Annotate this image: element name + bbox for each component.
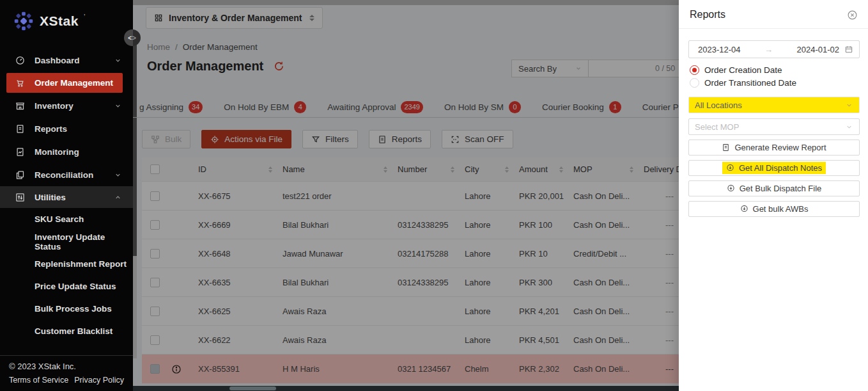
search-input[interactable]: 0 / 50 bbox=[589, 60, 679, 77]
date-from[interactable]: 2023-12-04 bbox=[698, 45, 741, 54]
radio-unselected-icon[interactable] bbox=[690, 78, 699, 88]
row-checkbox[interactable] bbox=[150, 249, 160, 259]
row-checkbox[interactable] bbox=[150, 278, 160, 287]
row-checkbox[interactable] bbox=[150, 220, 160, 230]
mop-select[interactable]: Select MOP bbox=[688, 118, 860, 135]
column-header-id[interactable]: ID bbox=[193, 164, 283, 174]
sidebar-item-reports[interactable]: Reports bbox=[0, 117, 133, 140]
date-to[interactable]: 2024-01-02 bbox=[797, 45, 840, 54]
actions-via-file-label: Actions via File bbox=[224, 134, 283, 144]
get-bulk-dispatch-file-button[interactable]: Get Bulk Dispatch File bbox=[688, 180, 860, 196]
column-header-delivery-date[interactable]: Delivery Da bbox=[644, 164, 679, 174]
sort-icon[interactable] bbox=[268, 166, 272, 173]
row-checkbox-disabled[interactable] bbox=[150, 364, 160, 374]
table-row[interactable]: XX-6648 Jawad Munawar 03214175288 Lahore… bbox=[142, 239, 679, 268]
date-range-picker[interactable]: 2023-12-04 → 2024-01-02 bbox=[688, 40, 860, 58]
sidebar-footer: © 2023 XStak Inc. Terms of Service Priva… bbox=[0, 355, 133, 391]
sort-icon[interactable] bbox=[505, 166, 509, 173]
tab-on-hold-by-sm[interactable]: On Hold By SM 0 bbox=[444, 96, 521, 118]
cell-name: Bilal Bukhari bbox=[283, 220, 398, 230]
sidebar-subitem-customer-blacklist[interactable]: Customer Blacklist bbox=[0, 320, 133, 342]
actions-via-file-button[interactable]: Actions via File bbox=[201, 130, 291, 148]
horizontal-scrollbar-thumb[interactable] bbox=[229, 387, 276, 390]
content-scrollbar[interactable] bbox=[133, 33, 137, 358]
info-icon[interactable] bbox=[171, 364, 182, 374]
sidebar-item-inventory[interactable]: Inventory bbox=[0, 94, 133, 117]
table-row[interactable]: XX-6635 Bilal Bukhari 03124338295 Lahore… bbox=[142, 268, 679, 297]
sidebar-subitem-bulk-process-jobs[interactable]: Bulk Process Jobs bbox=[0, 298, 133, 320]
cell-number: 03124338295 bbox=[398, 220, 465, 230]
table-row[interactable]: XX-6622 Awais Raza Lahore PKR 4,501 Cash… bbox=[142, 326, 679, 355]
row-checkbox[interactable] bbox=[150, 335, 160, 345]
sidebar-subitem-replenishment-report[interactable]: Replenishment Report bbox=[0, 253, 133, 275]
table-row[interactable]: XX-6675 test221 order Lahore PKR 20,001 … bbox=[142, 182, 679, 211]
sidebar-nav: Dashboard Order Management Inventory bbox=[0, 49, 133, 342]
sidebar-subitem-price-update-status[interactable]: Price Update Status bbox=[0, 275, 133, 298]
file-icon bbox=[15, 124, 26, 134]
filters-button[interactable]: Filters bbox=[302, 130, 358, 148]
app-switcher-button[interactable]: Inventory & Order Management bbox=[146, 7, 323, 29]
table-row-highlighted[interactable]: XX-855391 H M Haris 0321 1234567 Chelm P… bbox=[142, 355, 679, 383]
chevron-up-icon bbox=[114, 194, 121, 201]
sort-icon[interactable] bbox=[451, 166, 454, 173]
tab-awaiting-approval[interactable]: Awaiting Approval 2349 bbox=[327, 96, 423, 118]
radio-order-creation-date[interactable]: Order Creation Date bbox=[690, 65, 860, 75]
select-caret-icon bbox=[309, 15, 314, 21]
sidebar-collapse-toggle[interactable]: <> bbox=[124, 29, 141, 46]
column-header-number[interactable]: Number bbox=[398, 164, 465, 174]
row-checkbox[interactable] bbox=[150, 191, 160, 201]
sort-icon[interactable] bbox=[630, 166, 633, 173]
sidebar-subitem-inventory-update-status[interactable]: Inventory Update Status bbox=[0, 230, 133, 253]
tab-courier-processing[interactable]: Courier Processing 9 bbox=[642, 96, 679, 118]
terms-of-service-link[interactable]: Terms of Service bbox=[9, 376, 68, 385]
tab-courier-booking[interactable]: Courier Booking 1 bbox=[542, 96, 621, 118]
sort-icon[interactable] bbox=[384, 166, 387, 173]
breadcrumb-home[interactable]: Home bbox=[147, 42, 170, 52]
cell-delivery-date: --- bbox=[644, 278, 679, 287]
chevron-down-icon bbox=[114, 172, 121, 179]
sort-icon[interactable] bbox=[559, 166, 563, 173]
reports-drawer: Reports 2023-12-04 → 2024-01-02 Order Cr… bbox=[679, 0, 868, 391]
cell-delivery-date: --- bbox=[644, 220, 679, 230]
sidebar-subitem-label: Replenishment Report bbox=[35, 259, 127, 269]
select-all-checkbox[interactable] bbox=[150, 164, 160, 174]
grid-icon bbox=[154, 13, 163, 22]
cell-mop: Credit/Debit ... bbox=[573, 249, 644, 259]
column-header-name[interactable]: Name bbox=[283, 164, 398, 174]
radio-label: Order Creation Date bbox=[704, 65, 782, 75]
search-by-select[interactable]: Search By bbox=[511, 60, 589, 77]
locations-select[interactable]: All Locations bbox=[688, 97, 860, 113]
radio-order-transitioned-date[interactable]: Order Transitioned Date bbox=[690, 78, 860, 88]
privacy-policy-link[interactable]: Privacy Policy bbox=[74, 376, 124, 385]
content-scrollbar-thumb[interactable] bbox=[133, 45, 137, 256]
column-header-amount[interactable]: Amount bbox=[519, 164, 573, 174]
refresh-icon[interactable] bbox=[274, 61, 284, 72]
column-header-mop[interactable]: MOP bbox=[573, 164, 644, 174]
sidebar-item-order-management[interactable]: Order Management bbox=[6, 73, 123, 93]
row-checkbox[interactable] bbox=[150, 307, 160, 316]
sidebar-subitem-sku-search[interactable]: SKU Search bbox=[0, 208, 133, 230]
sidebar-item-monitoring[interactable]: Monitoring bbox=[0, 140, 133, 163]
table-row[interactable]: XX-6669 Bilal Bukhari 03124338295 Lahore… bbox=[142, 211, 679, 239]
radio-selected-icon[interactable] bbox=[690, 65, 699, 75]
sidebar-item-reconciliation[interactable]: Reconciliation bbox=[0, 163, 133, 186]
chevron-down-icon bbox=[114, 102, 121, 109]
sidebar-item-label: Order Management bbox=[35, 78, 113, 88]
cell-mop: Cash On Deli... bbox=[573, 364, 644, 374]
get-all-dispatch-notes-button[interactable]: Get All Dispatch Notes bbox=[688, 160, 860, 176]
column-header-city[interactable]: City bbox=[465, 164, 519, 174]
tab-assigning[interactable]: g Assigning 34 bbox=[139, 96, 203, 118]
scan-toggle-button[interactable]: Scan OFF bbox=[442, 130, 513, 148]
sidebar-item-utilities[interactable]: Utilities bbox=[0, 186, 133, 208]
bulk-button[interactable]: Bulk bbox=[142, 130, 190, 148]
cell-delivery-date: --- bbox=[644, 307, 679, 316]
sidebar-item-dashboard[interactable]: Dashboard bbox=[0, 49, 133, 72]
generate-review-report-button[interactable]: Generate Review Report bbox=[688, 140, 860, 156]
logo: XStak ’ bbox=[0, 0, 133, 41]
close-circle-icon[interactable] bbox=[847, 10, 858, 20]
get-bulk-awbs-button[interactable]: Get bulk AWBs bbox=[688, 201, 860, 217]
table-row[interactable]: XX-6625 Awais Raza Lahore PKR 4,201 Cash… bbox=[142, 297, 679, 326]
horizontal-scrollbar[interactable] bbox=[133, 386, 679, 391]
tab-on-hold-by-ebm[interactable]: On Hold By EBM 4 bbox=[224, 96, 306, 118]
reports-button[interactable]: Reports bbox=[369, 130, 431, 148]
